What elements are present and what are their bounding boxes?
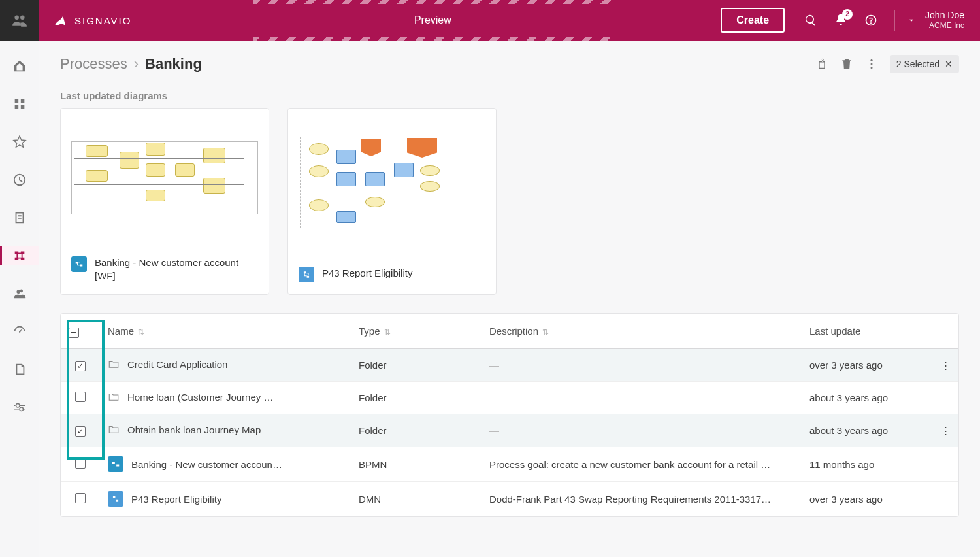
brand-logo-icon xyxy=(52,12,68,28)
row-more-button[interactable]: ⋮ xyxy=(932,349,958,382)
user-name: John Doe xyxy=(925,10,964,22)
create-button[interactable]: Create xyxy=(721,8,785,33)
table-row[interactable]: Credit Card ApplicationFolder—over 3 yea… xyxy=(61,349,958,382)
rail-tasks[interactable] xyxy=(0,208,39,228)
dmn-icon xyxy=(299,267,314,282)
row-more-button[interactable] xyxy=(932,482,958,516)
sort-icon: ⇅ xyxy=(542,328,549,337)
table-row[interactable]: Home loan (Customer Journey …Folder—abou… xyxy=(61,382,958,414)
rail-processes[interactable] xyxy=(0,246,39,265)
rail-settings[interactable] xyxy=(0,397,39,417)
folder-icon xyxy=(108,424,120,435)
diagram-card[interactable]: P43 Report Eligibility xyxy=(287,108,497,295)
breadcrumb: Processes › Banking xyxy=(60,56,202,73)
notification-badge: 2 xyxy=(842,9,853,20)
card-title: Banking - New customer account [WF] xyxy=(95,256,258,283)
brand-name: SIGNAVIO xyxy=(74,15,131,26)
help-icon[interactable] xyxy=(864,14,877,27)
row-last-update: over 3 years ago xyxy=(802,482,932,516)
section-label: Last updated diagrams xyxy=(60,90,959,101)
col-name[interactable]: Name⇅ xyxy=(100,314,351,349)
row-more-button[interactable] xyxy=(932,382,958,414)
row-type: Folder xyxy=(351,349,482,382)
folder-icon xyxy=(108,358,120,370)
trash-icon[interactable] xyxy=(840,58,853,71)
brand[interactable]: SIGNAVIO xyxy=(39,12,144,28)
row-last-update: 11 months ago xyxy=(802,447,932,482)
main-content: Processes › Banking 2 Selected ✕ Last up… xyxy=(39,41,980,557)
rail-docs[interactable] xyxy=(0,360,39,379)
row-more-button[interactable]: ⋮ xyxy=(932,414,958,447)
user-org: ACME Inc xyxy=(925,21,964,31)
row-name: Credit Card Application xyxy=(127,359,227,370)
row-checkbox[interactable] xyxy=(75,458,86,469)
row-name: Home loan (Customer Journey … xyxy=(127,392,273,403)
selection-count: 2 Selected xyxy=(896,59,939,69)
row-type: Folder xyxy=(351,382,482,414)
diagram-thumbnail xyxy=(288,109,496,258)
row-description: Process goal: create a new customer bank… xyxy=(482,447,802,482)
row-description: — xyxy=(482,382,802,414)
row-checkbox[interactable] xyxy=(75,361,86,371)
row-checkbox[interactable] xyxy=(75,493,86,503)
row-description: — xyxy=(482,349,802,382)
row-description: — xyxy=(482,414,802,447)
rail-home[interactable] xyxy=(0,56,39,76)
sort-icon: ⇅ xyxy=(138,328,144,337)
rail-favorites[interactable] xyxy=(0,132,39,152)
recent-cards: Banking - New customer account [WF] xyxy=(60,108,959,295)
clear-selection[interactable]: ✕ xyxy=(945,59,953,69)
rail-library[interactable] xyxy=(0,94,39,114)
page-actions: 2 Selected ✕ xyxy=(815,55,959,73)
diagram-thumbnail xyxy=(61,109,269,247)
row-type: Folder xyxy=(351,414,482,447)
table-row[interactable]: Obtain bank loan Journey MapFolder—about… xyxy=(61,414,958,447)
row-last-update: over 3 years ago xyxy=(802,349,932,382)
col-type[interactable]: Type⇅ xyxy=(351,314,482,349)
dmn-icon xyxy=(108,491,123,507)
row-checkbox[interactable] xyxy=(75,426,86,437)
row-description: Dodd-Frank Part 43 Swap Reporting Requir… xyxy=(482,482,802,516)
rail-recent[interactable] xyxy=(0,170,39,190)
row-name: Obtain bank loan Journey Map xyxy=(127,424,261,435)
folder-icon xyxy=(108,391,120,403)
table-row[interactable]: Banking - New customer accoun…BPMNProces… xyxy=(61,447,958,482)
chevron-right-icon: › xyxy=(134,56,139,73)
card-title: P43 Report Eligibility xyxy=(322,267,412,280)
user-menu[interactable]: John Doe ACME Inc xyxy=(894,10,964,31)
bpmn-icon xyxy=(108,456,123,472)
breadcrumb-root[interactable]: Processes xyxy=(60,56,127,73)
top-bar: SIGNAVIO Preview Create 2 John Doe ACME … xyxy=(0,0,980,41)
preview-banner: Preview xyxy=(144,0,721,41)
notifications-button[interactable]: 2 xyxy=(834,13,847,28)
table-row[interactable]: P43 Report EligibilityDMNDodd-Frank Part… xyxy=(61,482,958,516)
export-icon[interactable] xyxy=(815,58,828,71)
row-name: P43 Report Eligibility xyxy=(131,494,221,505)
selection-pill: 2 Selected ✕ xyxy=(890,55,959,73)
row-name: Banking - New customer accoun… xyxy=(131,459,282,470)
sort-icon: ⇅ xyxy=(384,328,391,337)
search-icon[interactable] xyxy=(804,14,817,27)
left-rail xyxy=(0,41,39,557)
svg-point-0 xyxy=(870,59,872,61)
preview-label: Preview xyxy=(414,14,451,26)
items-table: Name⇅ Type⇅ Description⇅ Last update Cre… xyxy=(60,313,959,517)
select-all-checkbox[interactable] xyxy=(69,328,79,338)
breadcrumb-current: Banking xyxy=(145,56,202,73)
rail-dashboard[interactable] xyxy=(0,322,39,341)
bpmn-icon xyxy=(71,256,87,272)
row-checkbox[interactable] xyxy=(75,392,86,402)
svg-point-2 xyxy=(870,67,872,69)
more-icon[interactable] xyxy=(865,58,878,71)
diagram-card[interactable]: Banking - New customer account [WF] xyxy=(60,108,269,295)
row-type: DMN xyxy=(351,482,482,516)
org-switcher[interactable] xyxy=(0,0,39,41)
svg-point-1 xyxy=(870,63,872,65)
col-last-update[interactable]: Last update xyxy=(802,314,932,349)
people-icon xyxy=(11,12,28,29)
top-actions: 2 John Doe ACME Inc xyxy=(798,10,980,31)
rail-collab[interactable] xyxy=(0,284,39,303)
chevron-down-icon xyxy=(907,16,916,25)
col-description[interactable]: Description⇅ xyxy=(482,314,802,349)
row-more-button[interactable] xyxy=(932,447,958,482)
